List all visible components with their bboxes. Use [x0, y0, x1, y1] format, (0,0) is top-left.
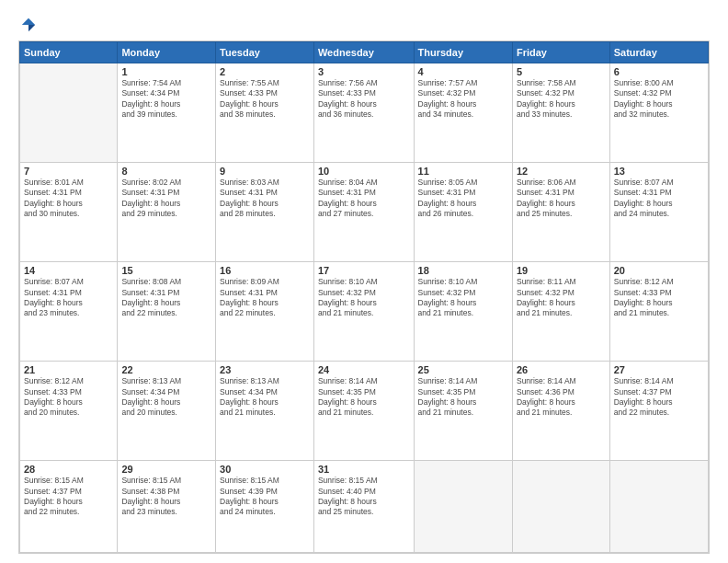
- calendar-cell: 23Sunrise: 8:13 AMSunset: 4:34 PMDayligh…: [216, 362, 314, 461]
- calendar-cell: 25Sunrise: 8:14 AMSunset: 4:35 PMDayligh…: [414, 362, 512, 461]
- cell-info: Sunrise: 8:12 AMSunset: 4:33 PMDaylight:…: [614, 277, 704, 319]
- cell-info: Sunrise: 8:04 AMSunset: 4:31 PMDaylight:…: [318, 178, 410, 220]
- calendar-cell: 31Sunrise: 8:15 AMSunset: 4:40 PMDayligh…: [313, 461, 414, 553]
- calendar-cell: 15Sunrise: 8:08 AMSunset: 4:31 PMDayligh…: [118, 262, 216, 362]
- logo-icon: [20, 17, 37, 33]
- day-header-saturday: Saturday: [609, 42, 708, 63]
- cell-date: 27: [614, 364, 704, 375]
- cell-info: Sunrise: 8:00 AMSunset: 4:32 PMDaylight:…: [614, 78, 704, 121]
- day-header-wednesday: Wednesday: [313, 42, 414, 63]
- calendar-week-1: 1Sunrise: 7:54 AMSunset: 4:34 PMDaylight…: [20, 63, 709, 163]
- cell-info: Sunrise: 7:57 AMSunset: 4:32 PMDaylight:…: [418, 78, 508, 121]
- calendar-cell: 6Sunrise: 8:00 AMSunset: 4:32 PMDaylight…: [609, 63, 708, 163]
- calendar-cell: 27Sunrise: 8:14 AMSunset: 4:37 PMDayligh…: [609, 362, 708, 461]
- calendar-cell: [20, 63, 118, 163]
- calendar-cell: [512, 461, 609, 553]
- calendar-cell: 9Sunrise: 8:03 AMSunset: 4:31 PMDaylight…: [216, 163, 314, 262]
- cell-date: 22: [121, 364, 211, 375]
- cell-date: 29: [121, 464, 211, 475]
- cell-info: Sunrise: 7:58 AMSunset: 4:32 PMDaylight:…: [517, 78, 606, 121]
- calendar-cell: 18Sunrise: 8:10 AMSunset: 4:32 PMDayligh…: [414, 262, 512, 362]
- day-header-monday: Monday: [118, 42, 216, 63]
- cell-date: 11: [418, 166, 508, 177]
- cell-info: Sunrise: 8:10 AMSunset: 4:32 PMDaylight:…: [418, 277, 508, 319]
- cell-date: 30: [220, 464, 310, 475]
- header: [18, 17, 710, 33]
- calendar-table: SundayMondayTuesdayWednesdayThursdayFrid…: [19, 41, 709, 553]
- cell-info: Sunrise: 8:13 AMSunset: 4:34 PMDaylight:…: [121, 376, 211, 419]
- cell-date: 26: [517, 364, 606, 375]
- calendar-cell: 3Sunrise: 7:56 AMSunset: 4:33 PMDaylight…: [313, 63, 414, 163]
- cell-date: 1: [121, 66, 211, 77]
- cell-info: Sunrise: 8:09 AMSunset: 4:31 PMDaylight:…: [220, 277, 310, 319]
- cell-info: Sunrise: 8:03 AMSunset: 4:31 PMDaylight:…: [220, 178, 310, 220]
- cell-info: Sunrise: 8:15 AMSunset: 4:38 PMDaylight:…: [121, 476, 211, 518]
- cell-date: 20: [614, 265, 704, 276]
- calendar-cell: 28Sunrise: 8:15 AMSunset: 4:37 PMDayligh…: [20, 461, 118, 553]
- cell-info: Sunrise: 8:07 AMSunset: 4:31 PMDaylight:…: [24, 277, 113, 319]
- cell-date: 13: [614, 166, 704, 177]
- calendar-cell: 7Sunrise: 8:01 AMSunset: 4:31 PMDaylight…: [20, 163, 118, 262]
- cell-info: Sunrise: 7:54 AMSunset: 4:34 PMDaylight:…: [121, 78, 211, 121]
- day-header-sunday: Sunday: [20, 42, 118, 63]
- calendar-cell: 1Sunrise: 7:54 AMSunset: 4:34 PMDaylight…: [118, 63, 216, 163]
- calendar-week-2: 7Sunrise: 8:01 AMSunset: 4:31 PMDaylight…: [20, 163, 709, 262]
- day-header-row: SundayMondayTuesdayWednesdayThursdayFrid…: [20, 42, 709, 63]
- cell-info: Sunrise: 8:15 AMSunset: 4:37 PMDaylight:…: [24, 476, 113, 518]
- day-header-thursday: Thursday: [414, 42, 512, 63]
- cell-info: Sunrise: 8:07 AMSunset: 4:31 PMDaylight:…: [614, 178, 704, 220]
- calendar-week-3: 14Sunrise: 8:07 AMSunset: 4:31 PMDayligh…: [20, 262, 709, 362]
- calendar-cell: [609, 461, 708, 553]
- cell-info: Sunrise: 8:10 AMSunset: 4:32 PMDaylight:…: [318, 277, 410, 319]
- day-header-friday: Friday: [512, 42, 609, 63]
- cell-info: Sunrise: 8:13 AMSunset: 4:34 PMDaylight:…: [220, 376, 310, 419]
- calendar-week-4: 21Sunrise: 8:12 AMSunset: 4:33 PMDayligh…: [20, 362, 709, 461]
- calendar-cell: 26Sunrise: 8:14 AMSunset: 4:36 PMDayligh…: [512, 362, 609, 461]
- calendar-cell: 12Sunrise: 8:06 AMSunset: 4:31 PMDayligh…: [512, 163, 609, 262]
- cell-date: 6: [614, 66, 704, 77]
- cell-info: Sunrise: 8:12 AMSunset: 4:33 PMDaylight:…: [24, 376, 113, 419]
- cell-date: 17: [318, 265, 410, 276]
- calendar-cell: [414, 461, 512, 553]
- cell-info: Sunrise: 8:11 AMSunset: 4:32 PMDaylight:…: [517, 277, 606, 319]
- calendar-cell: 2Sunrise: 7:55 AMSunset: 4:33 PMDaylight…: [216, 63, 314, 163]
- cell-date: 9: [220, 166, 310, 177]
- cell-info: Sunrise: 8:14 AMSunset: 4:35 PMDaylight:…: [318, 376, 410, 419]
- calendar: SundayMondayTuesdayWednesdayThursdayFrid…: [18, 40, 710, 554]
- cell-date: 28: [24, 464, 113, 475]
- logo-text: [18, 17, 37, 33]
- cell-date: 16: [220, 265, 310, 276]
- cell-date: 25: [418, 364, 508, 375]
- cell-date: 18: [418, 265, 508, 276]
- cell-date: 15: [121, 265, 211, 276]
- calendar-cell: 19Sunrise: 8:11 AMSunset: 4:32 PMDayligh…: [512, 262, 609, 362]
- cell-date: 24: [318, 364, 410, 375]
- calendar-cell: 21Sunrise: 8:12 AMSunset: 4:33 PMDayligh…: [20, 362, 118, 461]
- day-header-tuesday: Tuesday: [216, 42, 314, 63]
- calendar-cell: 11Sunrise: 8:05 AMSunset: 4:31 PMDayligh…: [414, 163, 512, 262]
- cell-info: Sunrise: 8:14 AMSunset: 4:35 PMDaylight:…: [418, 376, 508, 419]
- calendar-cell: 8Sunrise: 8:02 AMSunset: 4:31 PMDaylight…: [118, 163, 216, 262]
- cell-info: Sunrise: 8:02 AMSunset: 4:31 PMDaylight:…: [121, 178, 211, 220]
- cell-date: 21: [24, 364, 113, 375]
- cell-info: Sunrise: 8:01 AMSunset: 4:31 PMDaylight:…: [24, 178, 113, 220]
- calendar-cell: 30Sunrise: 8:15 AMSunset: 4:39 PMDayligh…: [216, 461, 314, 553]
- svg-marker-1: [28, 25, 35, 31]
- cell-info: Sunrise: 8:15 AMSunset: 4:40 PMDaylight:…: [318, 476, 410, 518]
- cell-date: 7: [24, 166, 113, 177]
- calendar-cell: 24Sunrise: 8:14 AMSunset: 4:35 PMDayligh…: [313, 362, 414, 461]
- cell-info: Sunrise: 8:05 AMSunset: 4:31 PMDaylight:…: [418, 178, 508, 220]
- cell-date: 5: [517, 66, 606, 77]
- cell-info: Sunrise: 7:56 AMSunset: 4:33 PMDaylight:…: [318, 78, 410, 121]
- cell-date: 10: [318, 166, 410, 177]
- calendar-week-5: 28Sunrise: 8:15 AMSunset: 4:37 PMDayligh…: [20, 461, 709, 553]
- cell-date: 14: [24, 265, 113, 276]
- svg-marker-0: [22, 18, 35, 25]
- cell-date: 31: [318, 464, 410, 475]
- calendar-cell: 20Sunrise: 8:12 AMSunset: 4:33 PMDayligh…: [609, 262, 708, 362]
- calendar-cell: 16Sunrise: 8:09 AMSunset: 4:31 PMDayligh…: [216, 262, 314, 362]
- cell-date: 4: [418, 66, 508, 77]
- cell-info: Sunrise: 7:55 AMSunset: 4:33 PMDaylight:…: [220, 78, 310, 121]
- cell-date: 23: [220, 364, 310, 375]
- cell-info: Sunrise: 8:14 AMSunset: 4:36 PMDaylight:…: [517, 376, 606, 419]
